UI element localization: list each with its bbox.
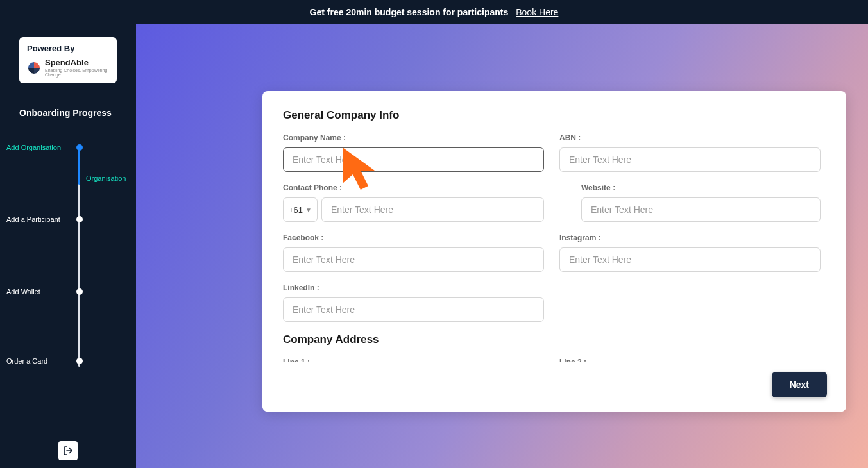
line2-label: Line 2 : (559, 358, 821, 362)
contact-phone-input[interactable] (321, 197, 544, 222)
book-here-link[interactable]: Book Here (516, 7, 558, 17)
facebook-label: Facebook : (283, 233, 544, 242)
phone-country-code-select[interactable]: +61 ▼ (283, 197, 318, 222)
powered-by-label: Powered By (27, 44, 109, 53)
next-button[interactable]: Next (772, 372, 827, 397)
contact-phone-label: Contact Phone : (283, 183, 544, 192)
logout-button[interactable] (58, 441, 78, 460)
content-area: General Company Info Company Name : ABN … (136, 24, 868, 468)
company-name-label: Company Name : (283, 133, 544, 142)
section-general-title: General Company Info (283, 109, 821, 122)
chevron-down-icon: ▼ (305, 206, 312, 213)
progress-title: Onboarding Progress (0, 108, 112, 118)
facebook-input[interactable] (283, 247, 544, 272)
step-order-card[interactable]: Order a Card (0, 357, 136, 365)
spendable-logo-icon (27, 61, 41, 75)
sidebar: Powered By SpendAble Enabling Choices, E… (0, 24, 136, 468)
powered-by-card: Powered By SpendAble Enabling Choices, E… (19, 37, 117, 83)
instagram-input[interactable] (559, 247, 821, 272)
logout-icon (63, 446, 73, 456)
form-card: General Company Info Company Name : ABN … (262, 91, 846, 412)
banner-text: Get free 20min budget session for partic… (310, 7, 509, 17)
promo-banner: Get free 20min budget session for partic… (0, 0, 868, 24)
line1-label: Line 1 : (283, 358, 544, 362)
abn-label: ABN : (559, 133, 821, 142)
website-label: Website : (559, 183, 821, 192)
step-add-wallet[interactable]: Add Wallet (0, 288, 136, 296)
brand-name: SpendAble (45, 58, 109, 67)
brand-tagline: Enabling Choices, Empowering Change (45, 68, 109, 77)
section-address-title: Company Address (283, 333, 821, 346)
website-input[interactable] (581, 197, 821, 222)
progress-timeline: Add Organisation Organisation Add a Part… (0, 144, 136, 374)
abn-input[interactable] (559, 147, 821, 172)
card-footer: Next (262, 362, 846, 412)
step-add-participant[interactable]: Add a Participant (0, 215, 136, 223)
linkedin-label: LinkedIn : (283, 283, 544, 292)
company-name-input[interactable] (283, 147, 544, 172)
step-add-organisation[interactable]: Add Organisation (0, 144, 136, 151)
form-scroll-area[interactable]: General Company Info Company Name : ABN … (262, 91, 846, 362)
instagram-label: Instagram : (559, 233, 821, 242)
linkedin-input[interactable] (283, 297, 544, 322)
